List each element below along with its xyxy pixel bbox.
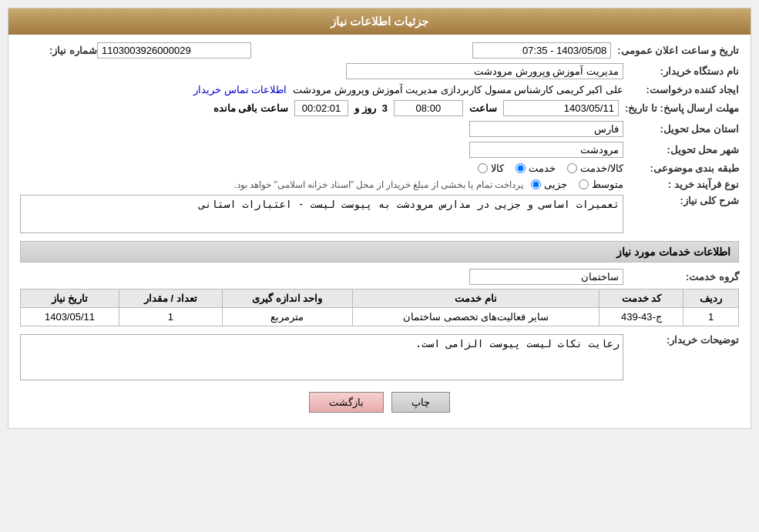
- purchase-type-jozi[interactable]: جزیی: [531, 179, 567, 190]
- services-table-body: 1 ج-43-439 سایر فعالیت‌های تخصصی ساختمان…: [21, 308, 739, 326]
- send-time-value: 08:00: [394, 100, 463, 116]
- category-radio-kala[interactable]: [478, 163, 488, 173]
- creator-row: ایجاد کننده درخواست: علی اکبر کریمی کارش…: [20, 84, 739, 95]
- province-row: استان محل تحویل: فارس: [20, 121, 739, 137]
- th-name: نام خدمت: [352, 289, 599, 308]
- services-table: ردیف کد خدمت نام خدمت واحد اندازه گیری ت…: [20, 289, 739, 326]
- purchase-type-motavasset[interactable]: متوسط: [579, 179, 623, 190]
- main-panel: جزئیات اطلاعات نیاز تاریخ و ساعت اعلان ع…: [8, 8, 751, 429]
- buyer-org-row: نام دستگاه خریدار: مدیریت آموزش وپرورش م…: [20, 63, 739, 79]
- print-button[interactable]: چاپ: [391, 392, 450, 413]
- city-value: مرودشت: [469, 142, 623, 158]
- send-date-row: مهلت ارسال پاسخ: تا تاریخ: 1403/05/11 سا…: [20, 100, 739, 116]
- category-option-kala[interactable]: کالا: [478, 162, 504, 174]
- category-radio-khedmat[interactable]: [516, 163, 526, 173]
- category-row: طبقه بندی موضوعی: کالا/خدمت خدمت کالا: [20, 162, 739, 174]
- need-number-value: 1103003926000029: [97, 42, 251, 59]
- purchase-type-row: نوع فرآیند خرید : متوسط جزیی پرداخت تمام…: [20, 179, 739, 190]
- announcement-label: تاریخ و ساعت اعلان عمومی:: [611, 45, 739, 56]
- send-time-label: ساعت: [469, 102, 497, 114]
- need-desc-row: شرح کلی نیاز:: [20, 195, 739, 233]
- td-date: 1403/05/11: [21, 308, 119, 326]
- td-code: ج-43-439: [599, 308, 683, 326]
- th-row: ردیف: [683, 289, 739, 308]
- service-group-label: گروه خدمت:: [623, 271, 739, 283]
- send-date-label: مهلت ارسال پاسخ: تا تاریخ:: [619, 102, 739, 114]
- th-unit: واحد اندازه گیری: [222, 289, 352, 308]
- city-row: شهر محل تحویل: مرودشت: [20, 142, 739, 158]
- purchase-type-radio-group: متوسط جزیی: [531, 179, 623, 190]
- need-desc-label: شرح کلی نیاز:: [623, 195, 739, 206]
- buyer-notes-textarea[interactable]: [20, 334, 623, 380]
- remaining-label: ساعت باقی مانده: [213, 102, 288, 114]
- category-option-kala-khedmat[interactable]: کالا/خدمت: [567, 162, 623, 174]
- purchase-type-radio-jozi[interactable]: [531, 179, 541, 189]
- th-quantity: تعداد / مقدار: [119, 289, 223, 308]
- category-option-kala-label: کالا: [491, 162, 504, 174]
- buyer-org-label: نام دستگاه خریدار:: [623, 65, 739, 77]
- buyer-notes-row: توضیحات خریدار:: [20, 334, 739, 380]
- category-option-khedmat[interactable]: خدمت: [516, 162, 556, 174]
- announcement-value: 1403/05/08 - 07:35: [472, 42, 611, 59]
- purchase-type-label: نوع فرآیند خرید :: [623, 179, 739, 190]
- need-desc-textarea[interactable]: [20, 195, 623, 233]
- category-label: طبقه بندی موضوعی:: [623, 162, 739, 174]
- service-group-row: گروه خدمت: ساختمان: [20, 269, 739, 285]
- purchase-type-motavasset-label: متوسط: [592, 179, 623, 190]
- button-row: چاپ بازگشت: [20, 392, 739, 413]
- remaining-value: 00:02:01: [294, 100, 348, 116]
- category-radio-kala-khedmat[interactable]: [567, 163, 577, 173]
- buyer-org-value: مدیریت آموزش وپرورش مرودشت: [346, 63, 623, 79]
- send-date-value: 1403/05/11: [503, 100, 619, 116]
- province-value: فارس: [469, 121, 623, 137]
- td-quantity: 1: [119, 308, 223, 326]
- province-label: استان محل تحویل:: [623, 123, 739, 135]
- td-row-num: 1: [683, 308, 739, 326]
- creator-link[interactable]: اطلاعات تماس خریدار: [193, 84, 287, 95]
- table-row: 1 ج-43-439 سایر فعالیت‌های تخصصی ساختمان…: [21, 308, 739, 326]
- th-code: کد خدمت: [599, 289, 683, 308]
- services-table-header-row: ردیف کد خدمت نام خدمت واحد اندازه گیری ت…: [21, 289, 739, 308]
- creator-label: ایجاد کننده درخواست:: [623, 84, 739, 95]
- creator-value: علی اکبر کریمی کارشناس مسول کاربردازی مد…: [293, 84, 623, 95]
- td-name: سایر فعالیت‌های تخصصی ساختمان: [352, 308, 599, 326]
- td-unit: مترمربع: [222, 308, 352, 326]
- panel-body: تاریخ و ساعت اعلان عمومی: 1403/05/08 - 0…: [8, 35, 751, 428]
- panel-title: جزئیات اطلاعات نیاز: [331, 15, 428, 28]
- category-option-khedmat-label: خدمت: [529, 162, 556, 174]
- category-option-kala-khedmat-label: کالا/خدمت: [580, 162, 623, 174]
- time-row: 1403/05/11 ساعت 08:00 3 روز و 00:02:01 س…: [213, 100, 619, 116]
- city-label: شهر محل تحویل:: [623, 144, 739, 156]
- buyer-notes-label: توضیحات خریدار:: [623, 334, 739, 346]
- category-radio-group: کالا/خدمت خدمت کالا: [478, 162, 623, 174]
- purchase-type-note: پرداخت تمام یا بخشی از مبلغ خریدار از مح…: [234, 179, 523, 190]
- send-days-label: روز و: [354, 102, 376, 114]
- send-days-value: 3: [382, 102, 388, 114]
- th-date: تاریخ نیاز: [21, 289, 119, 308]
- top-info-row: تاریخ و ساعت اعلان عمومی: 1403/05/08 - 0…: [20, 42, 739, 59]
- need-number-label: شماره نیاز:: [20, 45, 97, 56]
- panel-header: جزئیات اطلاعات نیاز: [8, 8, 751, 35]
- page-container: جزئیات اطلاعات نیاز تاریخ و ساعت اعلان ع…: [0, 0, 759, 532]
- purchase-type-radio-motavasset[interactable]: [579, 179, 589, 189]
- services-section-title: اطلاعات خدمات مورد نیاز: [20, 241, 739, 263]
- back-button[interactable]: بازگشت: [309, 392, 384, 413]
- service-group-value: ساختمان: [469, 269, 623, 285]
- services-table-head: ردیف کد خدمت نام خدمت واحد اندازه گیری ت…: [21, 289, 739, 308]
- purchase-type-jozi-label: جزیی: [544, 179, 567, 190]
